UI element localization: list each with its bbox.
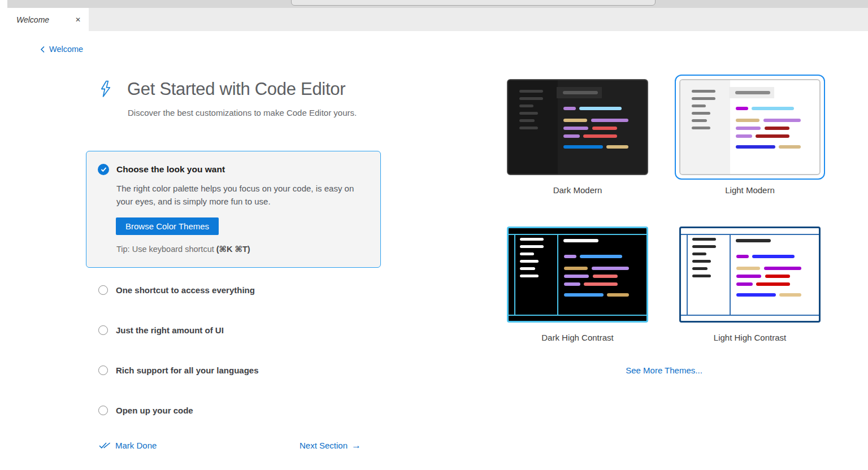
code-line xyxy=(779,145,801,149)
back-to-welcome-link[interactable]: Welcome xyxy=(40,45,83,54)
sidebar-bar xyxy=(520,238,544,241)
checklist-item-label: Open up your code xyxy=(116,406,193,415)
code-line xyxy=(764,267,801,270)
code-line xyxy=(736,275,761,278)
checklist-item-choose-look[interactable]: Choose the look you want xyxy=(98,164,369,175)
sidebar-bar xyxy=(519,97,543,100)
theme-cell-dark-high-contrast: Dark High Contrast xyxy=(502,222,653,342)
code-line xyxy=(736,127,761,130)
checklist-item-open-up-your-code[interactable]: Open up your code xyxy=(98,406,259,415)
sidebar-bar xyxy=(692,90,715,93)
sidebar-bar xyxy=(692,97,715,100)
code-line xyxy=(736,255,749,258)
theme-caption: Light High Contrast xyxy=(714,333,786,342)
sidebar-bar xyxy=(520,260,539,263)
page-title: Get Started with Code Editor xyxy=(127,79,345,99)
checklist-current-title: Choose the look you want xyxy=(116,164,225,175)
checklist-current-card: Choose the look you want The right color… xyxy=(86,151,381,268)
code-line xyxy=(736,145,775,149)
shortcut-keys: (⌘K ⌘T) xyxy=(216,245,250,254)
next-section-link[interactable]: Next Section → xyxy=(300,441,361,450)
window-titlebar xyxy=(7,0,868,8)
arrow-right-icon: → xyxy=(351,441,361,450)
sidebar-bar xyxy=(692,275,711,277)
checklist-item-label: Rich support for all your languages xyxy=(116,365,259,375)
code-line xyxy=(564,255,576,258)
theme-caption: Dark Modern xyxy=(553,185,602,195)
theme-preview xyxy=(507,227,648,323)
code-line xyxy=(579,107,622,110)
mark-done-link[interactable]: Mark Done xyxy=(99,441,157,450)
theme-tile-light-modern[interactable] xyxy=(675,75,825,180)
checklist-current-description: The right color palette helps you focus … xyxy=(116,182,364,208)
sidebar-bar xyxy=(692,119,707,122)
checklist-items: One shortcut to access everythingJust th… xyxy=(98,285,259,446)
code-line xyxy=(563,134,580,138)
code-line xyxy=(606,145,628,149)
theme-tile-dark-modern[interactable] xyxy=(502,75,653,180)
sidebar-bar xyxy=(520,253,534,255)
sidebar-bar xyxy=(692,105,706,107)
hc-divider-v xyxy=(557,234,558,316)
check-all-icon xyxy=(99,442,111,449)
code-line xyxy=(736,267,760,270)
code-line xyxy=(779,293,801,297)
theme-caption: Dark High Contrast xyxy=(541,333,614,342)
tab-title-bar xyxy=(563,91,598,94)
sidebar-bar xyxy=(519,119,535,122)
code-line xyxy=(756,282,790,286)
checklist-item-one-shortcut-to-access-everything[interactable]: One shortcut to access everything xyxy=(98,285,259,295)
code-line xyxy=(736,282,753,286)
checklist-item-just-the-right-amount-of-ui[interactable]: Just the right amount of UI xyxy=(98,325,259,335)
code-line xyxy=(765,275,790,278)
radio-circle-icon xyxy=(98,285,108,295)
tab-title-bar xyxy=(736,239,771,242)
theme-preview xyxy=(679,79,821,175)
code-line xyxy=(756,134,789,138)
theme-caption: Light Modern xyxy=(725,185,775,195)
back-link-label: Welcome xyxy=(49,45,83,54)
code-line xyxy=(563,107,576,110)
welcome-page: Welcome ✕ Welcome Get Started with Code … xyxy=(0,0,868,470)
sidebar-bar xyxy=(520,245,544,248)
code-line xyxy=(564,293,604,297)
sidebar-bar xyxy=(519,112,538,115)
code-line xyxy=(752,255,795,258)
sidebar-bar xyxy=(692,127,710,129)
tab-title-bar xyxy=(735,91,770,94)
radio-circle-icon xyxy=(98,365,108,375)
command-center-search[interactable] xyxy=(291,0,656,6)
editor-tab-strip: Welcome ✕ xyxy=(7,8,868,31)
code-line xyxy=(563,145,603,149)
code-line xyxy=(564,267,588,270)
see-more-themes-link[interactable]: See More Themes... xyxy=(626,365,702,375)
sidebar-bar xyxy=(692,253,706,255)
next-section-label: Next Section xyxy=(300,441,348,450)
sidebar-bar xyxy=(692,238,716,241)
code-line xyxy=(736,107,748,110)
sidebar-bar xyxy=(520,267,535,270)
theme-preview xyxy=(679,227,821,323)
code-line xyxy=(763,119,801,122)
mark-done-label: Mark Done xyxy=(115,441,157,450)
code-line xyxy=(592,267,629,270)
close-icon[interactable]: ✕ xyxy=(74,15,82,24)
theme-tile-light-high-contrast[interactable] xyxy=(675,222,825,327)
sidebar-bar xyxy=(520,275,539,277)
hc-divider-v xyxy=(687,234,688,316)
radio-circle-icon xyxy=(98,406,108,415)
hc-divider-h xyxy=(509,315,646,316)
hc-divider-v xyxy=(730,234,731,316)
checklist-item-rich-support-for-all-your-languages[interactable]: Rich support for all your languages xyxy=(98,365,259,375)
code-line xyxy=(765,127,789,130)
code-line xyxy=(593,275,618,278)
browse-color-themes-button[interactable]: Browse Color Themes xyxy=(116,217,219,235)
theme-grid: Dark ModernLight ModernDark High Contras… xyxy=(502,75,825,342)
radio-circle-icon xyxy=(98,325,108,335)
tab-welcome[interactable]: Welcome ✕ xyxy=(7,8,89,31)
sidebar-bar xyxy=(692,112,710,115)
theme-cell-light-high-contrast: Light High Contrast xyxy=(675,222,825,342)
sidebar-bar xyxy=(692,260,711,263)
code-line xyxy=(584,282,618,286)
theme-tile-dark-high-contrast[interactable] xyxy=(502,222,653,327)
